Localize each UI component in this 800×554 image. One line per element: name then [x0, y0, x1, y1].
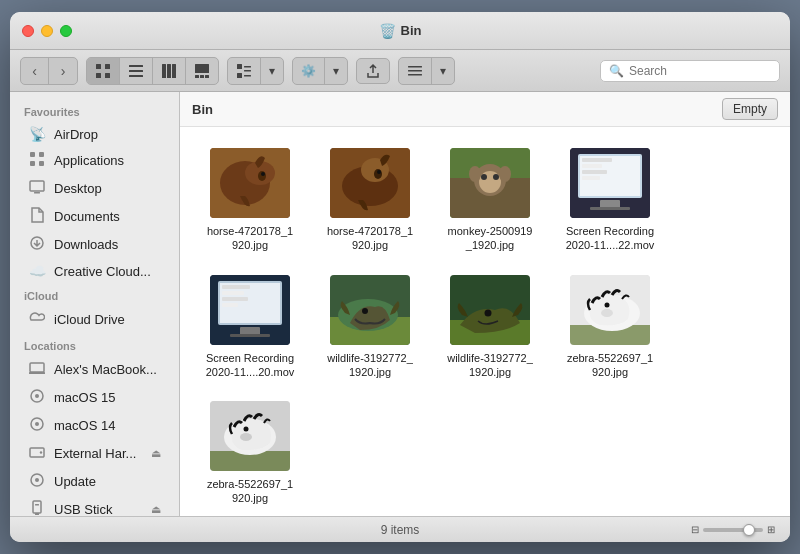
svg-rect-66	[582, 170, 607, 174]
file-name-zebra2: zebra-5522697_1920.jpg	[207, 477, 293, 506]
alexs-macbook-icon	[28, 360, 46, 379]
file-thumbnail-screen1	[570, 148, 650, 218]
svg-rect-21	[408, 74, 422, 76]
file-thumbnail-screen2	[210, 275, 290, 345]
file-item-wildlife2[interactable]: wildlife-3192772_1920.jpg	[435, 269, 545, 386]
svg-rect-18	[244, 75, 251, 77]
svg-rect-10	[195, 64, 209, 73]
window-title: 🗑️ Bin	[379, 23, 422, 39]
sidebar-item-alexs-macbook[interactable]: Alex's MacBook...	[14, 356, 175, 383]
file-thumbnail-zebra2	[210, 401, 290, 471]
maximize-button[interactable]	[60, 25, 72, 37]
column-view-button[interactable]	[153, 58, 186, 84]
svg-point-95	[240, 433, 252, 441]
svg-rect-78	[230, 334, 270, 337]
back-forward-group: ‹ ›	[20, 57, 78, 85]
svg-rect-11	[195, 75, 199, 78]
file-thumbnail-horse2	[330, 148, 410, 218]
file-item-wildlife1[interactable]: wildlife-3192772_1920.jpg	[315, 269, 425, 386]
sidebar-item-update[interactable]: Update	[14, 468, 175, 495]
sidebar-item-applications[interactable]: Applications	[14, 147, 175, 174]
back-button[interactable]: ‹	[21, 58, 49, 84]
sidebar-item-icloud-drive[interactable]: iCloud Drive	[14, 306, 175, 333]
minimize-button[interactable]	[41, 25, 53, 37]
sidebar-item-creative-cloud[interactable]: ☁️ Creative Cloud...	[14, 259, 175, 283]
sidebar-item-usb-stick[interactable]: USB Stick ⏏	[14, 496, 175, 516]
zoom-in-icon: ⊞	[767, 524, 775, 535]
svg-rect-5	[129, 70, 143, 72]
sidebar-item-label: Documents	[54, 209, 120, 224]
action-dropdown-button[interactable]: ▾	[325, 58, 347, 84]
sidebar-item-label: External Har...	[54, 446, 136, 461]
action-button[interactable]: ⚙️	[293, 58, 325, 84]
macos14-icon	[28, 416, 46, 435]
svg-rect-9	[172, 64, 176, 78]
file-item-zebra1[interactable]: zebra-5522697_1920.jpg	[555, 269, 665, 386]
svg-point-89	[605, 302, 610, 307]
sidebar-item-airdrop[interactable]: 📡 AirDrop	[14, 122, 175, 146]
gallery-view-button[interactable]	[186, 58, 218, 84]
sidebar-item-external-har[interactable]: External Har... ⏏	[14, 440, 175, 467]
usb-eject-icon[interactable]: ⏏	[151, 503, 161, 516]
group-button[interactable]	[228, 58, 261, 84]
svg-rect-73	[222, 285, 250, 289]
list-view-button[interactable]	[120, 58, 153, 84]
icloud-drive-icon	[28, 310, 46, 329]
sidebar-item-label: Desktop	[54, 181, 102, 196]
thumb-inner	[330, 148, 410, 218]
svg-point-90	[601, 309, 613, 317]
locations-label: Locations	[10, 334, 179, 355]
icon-view-button[interactable]	[87, 58, 120, 84]
view-mode-group	[86, 57, 219, 85]
sidebar-item-label: Update	[54, 474, 96, 489]
sidebar-item-label: macOS 15	[54, 390, 115, 405]
svg-rect-75	[222, 297, 248, 301]
forward-button[interactable]: ›	[49, 58, 77, 84]
svg-rect-3	[105, 73, 110, 78]
arrange-group: ▾	[398, 57, 455, 85]
svg-point-56	[479, 171, 501, 193]
file-item-horse2[interactable]: horse-4720178_1920.jpg	[315, 142, 425, 259]
file-item-screen1[interactable]: Screen Recording2020-11....22.mov	[555, 142, 665, 259]
group-dropdown-button[interactable]: ▾	[261, 58, 283, 84]
sidebar-item-downloads[interactable]: Downloads	[14, 231, 175, 258]
svg-rect-14	[237, 64, 242, 69]
svg-rect-12	[200, 75, 204, 78]
empty-button[interactable]: Empty	[722, 98, 778, 120]
file-item-zebra2[interactable]: zebra-5522697_1920.jpg	[195, 395, 305, 512]
arrange-button[interactable]	[399, 58, 432, 84]
downloads-icon	[28, 235, 46, 254]
slider-track[interactable]	[703, 528, 763, 532]
sidebar-item-label: Creative Cloud...	[54, 264, 151, 279]
sidebar-item-macos-14[interactable]: macOS 14	[14, 412, 175, 439]
sidebar: Favourites 📡 AirDrop Applications	[10, 92, 180, 516]
svg-rect-20	[408, 70, 422, 72]
svg-point-94	[244, 427, 249, 432]
share-button[interactable]	[356, 58, 390, 84]
svg-point-57	[481, 174, 487, 180]
applications-icon	[28, 151, 46, 170]
close-button[interactable]	[22, 25, 34, 37]
eject-icon[interactable]: ⏏	[151, 447, 161, 460]
svg-rect-22	[30, 152, 35, 157]
file-thumbnail-monkey	[450, 148, 530, 218]
content-header: Bin Empty	[180, 92, 790, 127]
zoom-slider[interactable]: ⊟ ⊞	[691, 524, 775, 535]
traffic-lights	[22, 25, 72, 37]
search-input[interactable]	[629, 64, 771, 78]
content-area: Bin Empty	[180, 92, 790, 516]
arrange-dropdown-button[interactable]: ▾	[432, 58, 454, 84]
creative-cloud-icon: ☁️	[28, 263, 46, 279]
svg-rect-13	[205, 75, 209, 78]
sidebar-item-macos-15[interactable]: macOS 15	[14, 384, 175, 411]
svg-rect-7	[162, 64, 166, 78]
action-group: ⚙️ ▾	[292, 57, 348, 85]
external-har-icon	[28, 444, 46, 463]
search-box: 🔍	[600, 60, 780, 82]
sidebar-item-documents[interactable]: Documents	[14, 203, 175, 230]
file-item-monkey[interactable]: monkey-2500919_1920.jpg	[435, 142, 545, 259]
file-item-horse1[interactable]: horse-4720178_1920.jpg	[195, 142, 305, 259]
sidebar-item-desktop[interactable]: Desktop	[14, 175, 175, 202]
breadcrumb: Bin	[192, 102, 213, 117]
file-item-screen2[interactable]: Screen Recording2020-11....20.mov	[195, 269, 305, 386]
